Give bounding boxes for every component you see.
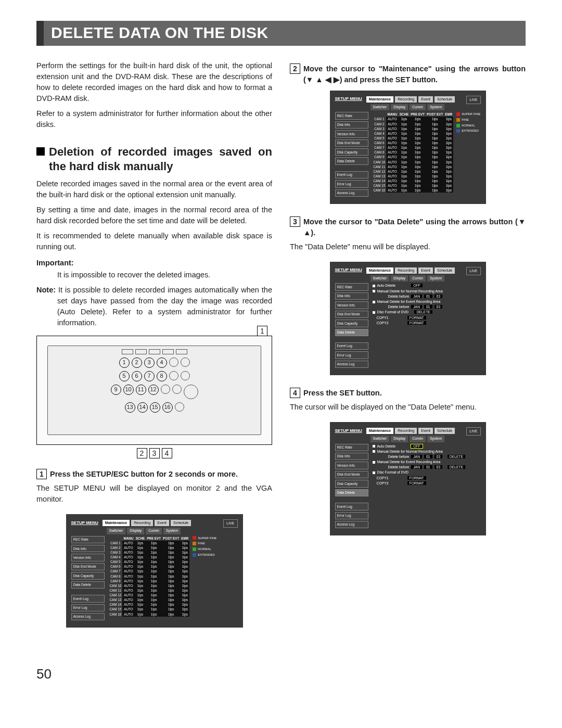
step-4-sub: The cursor will be displayed on the "Dat… [290,402,526,413]
menu-title: SETUP MENU [335,96,362,102]
side-disk-cap: Disk Capacity [71,572,105,579]
tab-display: Display [391,104,408,110]
tab-comm: Comm [146,528,162,534]
side-disk-info: Disk Info [335,453,368,460]
right-column: 2 Move the cursor to "Maintenance" using… [290,60,526,640]
side-version: Version Info [71,554,105,561]
side-data-delete: Data Delete [71,581,105,589]
figure-bottom-callouts: 2 3 4 [36,448,272,458]
tab-recording: Recording [395,267,417,274]
step-2-text: Move the cursor to "Maintenance" using t… [303,63,526,85]
tab-event: Event [418,267,433,274]
tab-maintenance: Maintenance [366,96,393,103]
intro-paragraph-1: Perform the settings for the built-in ha… [36,60,272,104]
side-disk-end: Disk End Mode [335,471,368,478]
data-delete-screenshot-1: SETUP MENU Maintenance Recording Event S… [330,262,486,375]
arrow-icons: ▼ ▲ ◀ ▶ [306,75,340,84]
side-error-log: Error Log [71,604,105,611]
tab-system: System [427,436,444,442]
section-heading: Deletion of recorded images saved on the… [36,145,272,173]
tab-schedule: Schedule [171,520,191,526]
menu-title: SETUP MENU [335,428,362,434]
tab-recording: Recording [395,428,417,434]
live-indicator: LIVE [466,267,480,275]
side-access-log: Access Log [335,361,368,368]
note-text: It is possible to delete recorded images… [56,286,272,327]
side-rec-rate: REC Rate [71,536,105,543]
section-p3: It is recommended to delete manually whe… [36,231,272,252]
callout-4: 4 [162,448,172,458]
step-4: 4 Press the SET button. [290,388,526,399]
step-1: 1 Press the SETUP/ESC button for 2 secon… [36,469,272,480]
side-disk-info: Disk Info [335,121,368,129]
live-indicator: LIVE [223,519,237,528]
side-version: Version Info [335,301,368,309]
setup-menu-screenshot-2: SETUP MENU Maintenance Recording Event S… [330,91,486,204]
tab-maintenance: Maintenance [366,267,393,274]
side-disk-end: Disk End Mode [71,563,105,570]
side-access-log: Access Log [335,189,368,197]
side-disk-info: Disk Info [71,545,105,552]
step-4-text: Press the SET button. [303,388,526,399]
tab-maintenance: Maintenance [366,428,393,434]
side-disk-cap: Disk Capacity [335,480,368,487]
tab-system: System [427,104,444,110]
menu-tabs-bottom: Switcher Display Comm System [107,528,238,534]
side-rec-rate: REC Rate [335,444,368,451]
tab-recording: Recording [395,96,417,103]
side-error-log: Error Log [335,351,368,359]
step-3-number: 3 [290,216,300,227]
side-error-log: Error Log [335,180,368,187]
side-data-delete: Data Delete [335,329,368,336]
side-event-log: Event Log [71,595,105,602]
side-disk-cap: Disk Capacity [335,148,368,156]
step-1-number: 1 [36,469,47,479]
tab-switcher: Switcher [371,436,390,442]
tab-event: Event [155,520,169,526]
callout-2: 2 [137,448,147,458]
side-disk-cap: Disk Capacity [335,320,368,327]
tab-schedule: Schedule [435,267,455,274]
bullet-square-icon [36,147,45,156]
side-event-log: Event Log [335,503,368,510]
callout-1: 1 [257,326,267,336]
step-1-sub: The SETUP MENU will be displayed on moni… [36,483,272,505]
quality-legend: SUPER FINE FINE NORMAL EXTENDED [193,536,216,557]
tab-switcher: Switcher [371,104,390,110]
tab-maintenance: Maintenance [103,520,130,526]
menu-tabs-top: Maintenance Recording Event Schedule [103,520,191,526]
side-rec-rate: REC Rate [335,283,368,290]
tab-system: System [427,275,444,282]
menu-sidebar: REC Rate Disk Info Version Info Disk End… [71,536,105,621]
tab-system: System [163,528,181,534]
side-disk-info: Disk Info [335,292,368,300]
page: DELETE DATA ON THE DISK Perform the sett… [0,0,562,708]
tab-display: Display [391,275,408,282]
important-label: Important: [36,258,272,269]
page-title: DELETE DATA ON THE DISK [36,21,526,46]
step-2: 2 Move the cursor to "Maintenance" using… [290,63,526,85]
two-column-layout: Perform the settings for the built-in ha… [36,60,526,640]
tab-switcher: Switcher [107,528,126,534]
tab-switcher: Switcher [371,275,390,282]
data-delete-screenshot-2: SETUP MENU Maintenance Recording Event S… [330,422,486,535]
side-version: Version Info [335,130,368,137]
section-heading-text: Deletion of recorded images saved on the… [49,145,272,173]
menu-title: SETUP MENU [71,520,98,526]
device-panel: 1234 5678 9101112 13141516 [47,346,261,435]
side-data-delete: Data Delete [335,489,368,496]
left-column: Perform the settings for the built-in ha… [36,60,272,640]
note-label: Note: [36,286,56,294]
step-3: 3 Move the cursor to "Data Delete" using… [290,216,526,238]
section-p1: Delete recorded images saved in the norm… [36,178,272,200]
data-delete-settings: Auto Delete OFF Manual Delete for Normal… [373,283,481,368]
side-rec-rate: REC Rate [335,112,368,119]
live-indicator: LIVE [466,427,480,436]
note-line: Note: It is possible to delete recorded … [36,285,272,328]
side-disk-end: Disk End Mode [335,139,368,147]
setup-menu-screenshot-1: SETUP MENU Maintenance Recording Event S… [66,514,243,628]
tab-comm: Comm [410,436,426,442]
data-delete-settings: Auto Delete OFF Manual Delete for Normal… [373,444,481,529]
tab-comm: Comm [410,275,426,282]
side-event-log: Event Log [335,171,368,178]
